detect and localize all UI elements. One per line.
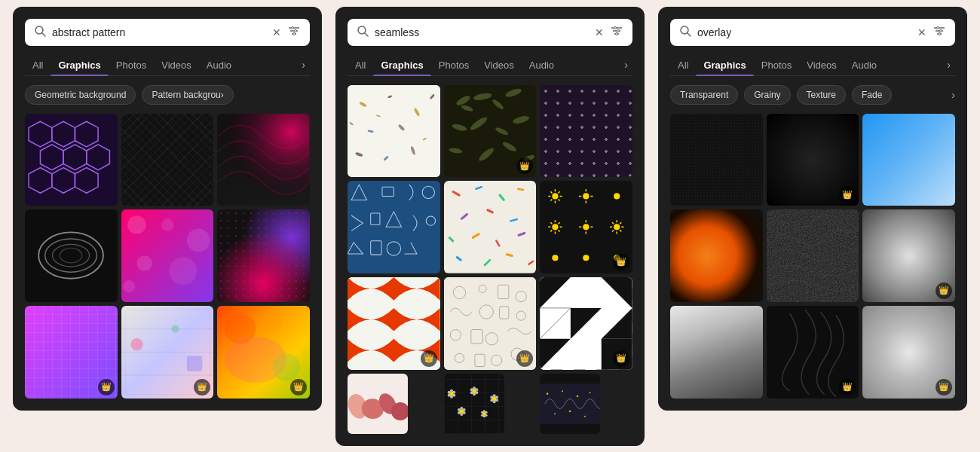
grid-item[interactable] [348, 85, 440, 178]
chips-more-arrow[interactable]: › [951, 89, 955, 101]
grid-item[interactable]: 👑 [767, 306, 859, 399]
tab-graphics-3[interactable]: Graphics [696, 55, 753, 75]
svg-point-180 [449, 392, 453, 396]
grid-item[interactable] [121, 114, 214, 206]
svg-point-7 [293, 33, 296, 35]
svg-point-45 [617, 30, 620, 32]
grid-item[interactable] [25, 209, 118, 302]
svg-point-6 [295, 30, 297, 32]
clear-icon-1[interactable]: ✕ [272, 26, 281, 38]
svg-marker-15 [52, 167, 75, 193]
tabs-more-arrow-1[interactable]: › [297, 56, 310, 74]
svg-point-21 [60, 249, 82, 264]
grid-item[interactable]: 👑 [444, 277, 537, 370]
grid-item[interactable] [348, 374, 408, 434]
grid-item[interactable]: 👑 [348, 277, 440, 370]
search-input-2[interactable] [375, 26, 589, 38]
crown-badge: 👑 [613, 254, 629, 270]
search-input-1[interactable] [52, 26, 266, 38]
crown-badge: 👑 [839, 379, 856, 396]
grid-item[interactable]: 👑 [121, 306, 214, 399]
chip-grainy[interactable]: Grainy [744, 85, 790, 105]
chips-3: Transparent Grainy Texture Fade › [670, 85, 955, 105]
svg-point-23 [161, 218, 173, 231]
tab-photos-3[interactable]: Photos [754, 55, 799, 75]
grid-item[interactable] [444, 181, 537, 273]
crown-badge: 👑 [613, 350, 629, 367]
grid-item[interactable] [670, 306, 763, 399]
svg-point-213 [590, 392, 591, 393]
grid-item[interactable]: 👑 [540, 181, 632, 273]
chip-fade[interactable]: Fade [852, 85, 892, 105]
svg-point-25 [136, 256, 152, 271]
grid-item[interactable] [670, 114, 763, 206]
crown-badge: 👑 [290, 379, 307, 396]
grid-item[interactable]: 👑 [862, 209, 955, 302]
chip-geometric-bg[interactable]: Geometric background [25, 85, 136, 105]
search-bar-1[interactable]: ✕ [25, 19, 310, 46]
tab-photos-2[interactable]: Photos [431, 55, 476, 75]
search-bar-3[interactable]: ✕ [670, 19, 955, 46]
grid-item[interactable] [540, 85, 632, 178]
clear-icon-3[interactable]: ✕ [917, 26, 926, 38]
svg-line-218 [688, 33, 691, 36]
tab-videos-3[interactable]: Videos [799, 55, 844, 75]
grid-item[interactable]: 👑 [862, 306, 955, 399]
grid-item[interactable] [767, 209, 859, 302]
svg-point-33 [171, 325, 179, 332]
svg-marker-11 [40, 144, 63, 170]
clear-icon-2[interactable]: ✕ [595, 26, 604, 38]
grid-item[interactable]: 👑 [767, 114, 859, 206]
grid-item[interactable] [348, 181, 440, 273]
grid-item[interactable] [862, 114, 955, 206]
grid-1: 👑 👑 [25, 114, 310, 399]
tab-audio-3[interactable]: Audio [844, 55, 884, 75]
tab-all-2[interactable]: All [348, 55, 373, 75]
grid-item[interactable]: 👑 [25, 306, 118, 399]
search-input-3[interactable] [697, 26, 911, 38]
svg-line-1 [42, 33, 45, 36]
crown-badge: 👑 [516, 350, 533, 367]
tabs-more-arrow-2[interactable]: › [620, 56, 632, 74]
tab-videos-2[interactable]: Videos [476, 55, 522, 75]
svg-point-26 [169, 258, 197, 286]
grid-item[interactable] [670, 209, 763, 302]
tabs-more-arrow-3[interactable]: › [942, 56, 955, 74]
svg-marker-12 [63, 144, 87, 170]
grid-2: 👑 [348, 85, 632, 434]
grid-item[interactable] [540, 374, 600, 434]
tab-all-3[interactable]: All [670, 55, 696, 75]
panel-abstract-pattern: ✕ All Graphics Photos Videos Audio › Geo [13, 7, 322, 411]
svg-point-224 [939, 33, 941, 35]
svg-rect-17 [217, 114, 310, 206]
svg-point-101 [553, 194, 559, 200]
filter-icon-2[interactable] [610, 25, 623, 39]
tab-audio-2[interactable]: Audio [522, 55, 562, 75]
filter-icon-1[interactable] [287, 25, 301, 39]
tab-videos-1[interactable]: Videos [154, 55, 199, 75]
grid-item[interactable]: 👑 [444, 85, 537, 178]
search-icon-3 [679, 25, 691, 40]
svg-point-32 [130, 338, 142, 350]
tab-audio-1[interactable]: Audio [199, 55, 239, 75]
crown-badge: 👑 [421, 350, 437, 367]
svg-point-125 [583, 224, 590, 230]
grid-item[interactable] [217, 114, 310, 206]
svg-point-194 [492, 396, 496, 400]
tab-graphics-1[interactable]: Graphics [51, 55, 108, 75]
chip-pattern-bg[interactable]: Pattern backgrou› [142, 85, 233, 105]
grid-item[interactable]: 👑 [540, 277, 632, 370]
chip-texture[interactable]: Texture [797, 85, 846, 105]
search-bar-2[interactable]: ✕ [348, 19, 632, 46]
grid-item[interactable]: 👑 [217, 306, 310, 399]
svg-point-130 [614, 224, 620, 230]
tab-all-1[interactable]: All [25, 55, 51, 75]
filter-icon-3[interactable] [933, 25, 946, 39]
grid-item[interactable] [217, 209, 310, 302]
grid-item[interactable] [444, 374, 504, 434]
grid-item[interactable] [25, 114, 118, 206]
grid-item[interactable] [121, 209, 214, 302]
tab-photos-1[interactable]: Photos [109, 55, 154, 75]
tab-graphics-2[interactable]: Graphics [373, 55, 430, 75]
chip-transparent[interactable]: Transparent [670, 85, 738, 105]
